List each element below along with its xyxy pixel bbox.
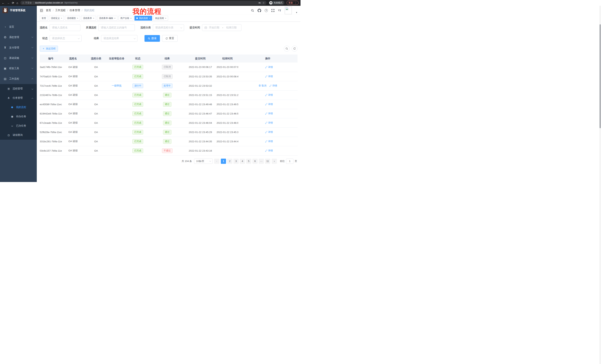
detail-button[interactable]: 详情 (265, 130, 273, 134)
submit-time-range-picker[interactable]: 开始日期 - 结束日期 (202, 24, 241, 31)
sidebar-item-task-mgmt[interactable]: 任务管理 (0, 93, 37, 103)
show-search-toggle-button[interactable] (284, 46, 290, 52)
header-actions: ? TT ▼ (251, 7, 298, 14)
chevron-icon (31, 78, 33, 80)
sidebar-item-home[interactable]: 首页 (0, 22, 37, 32)
next-page-button[interactable]: › (272, 159, 277, 164)
address-bar[interactable]: ⚠ 不安全 | dashboard.yudao.iocoder.cn/bpm/t… (20, 1, 267, 5)
sidebar-item-process-mgmt[interactable]: 流程管理 (0, 84, 37, 93)
detail-button[interactable]: 详情 (265, 121, 273, 125)
cell-end-time: 2022-01-22 23:46:09 (217, 118, 238, 127)
process-category-select[interactable]: 请选择流程分类 (153, 24, 184, 31)
chevron-icon (31, 36, 33, 38)
detail-button[interactable]: 详情 (265, 75, 273, 78)
key-icon[interactable] (258, 1, 261, 4)
page-button[interactable]: 4 (240, 159, 245, 164)
page-button[interactable]: 1 (221, 159, 226, 164)
page-button[interactable]: ··· (259, 159, 264, 164)
tab-close-icon[interactable]: × (130, 17, 131, 19)
process-name-input[interactable]: 请输入流程名 (50, 24, 80, 31)
detail-button[interactable]: 详情 (265, 93, 273, 97)
search-icon[interactable] (251, 9, 254, 12)
prev-page-button[interactable]: ‹ (214, 159, 219, 164)
reload-icon[interactable]: ⟳ (12, 1, 14, 4)
help-icon[interactable]: ? (265, 9, 268, 12)
tab-form-edit[interactable]: 流程表单-编辑 × (97, 16, 117, 21)
incognito-icon (269, 1, 272, 4)
sidebar-item-infrastructure[interactable]: 基础设施 (0, 53, 37, 63)
tab-close-icon[interactable]: × (61, 17, 62, 19)
page-button[interactable]: 11 (265, 159, 270, 164)
detail-button[interactable]: 详情 (265, 112, 273, 115)
home-icon[interactable]: ⌂ (17, 1, 18, 4)
avatar[interactable] (285, 7, 292, 14)
bookmark-star-icon[interactable]: ☆ (262, 1, 265, 4)
sidebar-item-todo-tasks[interactable]: 待办任务 (0, 112, 37, 121)
tab-user-group[interactable]: 用户分组 × (119, 16, 133, 21)
result-select[interactable]: 请选择流结果 (101, 35, 137, 42)
breadcrumb-workflow[interactable]: 工作流程 (55, 9, 66, 12)
sidebar-item-leave-query[interactable]: 请假查询 (0, 130, 37, 140)
status-select[interactable]: 请选择状态 (50, 35, 81, 42)
browser-update-button[interactable]: 更新 ⋮ (287, 1, 299, 5)
tab-process-model[interactable]: 流程模型 × (65, 16, 80, 21)
detail-button[interactable]: 详情 (265, 103, 273, 106)
search-button[interactable]: 搜索 (144, 35, 160, 42)
sidebar-item-workflow[interactable]: 工作流程 (0, 74, 37, 84)
tab-process-def[interactable]: 流程定义 × (49, 16, 64, 21)
sidebar-item-my-process[interactable]: 我的流程 (0, 103, 37, 112)
tab-close-icon[interactable]: × (149, 17, 150, 19)
sidebar-item-label: 基础设施 (9, 56, 19, 60)
tab-home[interactable]: 首页 × (40, 16, 48, 21)
not-secure-warning[interactable]: ⚠ 不安全 (22, 1, 32, 4)
back-icon[interactable]: ← (2, 1, 5, 4)
detail-button[interactable]: 详情 (265, 140, 273, 143)
tab-process-form[interactable]: 流程表单 × (81, 16, 96, 21)
cell-id: 819442e8-7b9a-11ec-a290-acde48001122 (40, 109, 62, 118)
fullscreen-icon[interactable] (271, 9, 274, 12)
detail-button[interactable]: 详情 (269, 84, 277, 87)
detail-button[interactable]: 详情 (265, 66, 273, 69)
reset-button[interactable]: 重置 (162, 35, 178, 42)
page-button[interactable]: 3 (233, 159, 239, 164)
refresh-button[interactable] (291, 46, 298, 52)
sidebar-collapse-icon[interactable] (40, 9, 43, 12)
tab-close-icon[interactable]: × (165, 17, 166, 19)
tab-close-icon[interactable]: × (93, 17, 94, 19)
sidebar-item-done-tasks[interactable]: 已办任务 (0, 121, 37, 130)
process-definition-input[interactable]: 请输入流程定义的编号 (99, 24, 135, 31)
app-logo-row[interactable]: 芋道管理系统 (0, 6, 37, 15)
table-row: 03c6c157-7b9a-11ec-a290-acde48001122 OA … (40, 146, 298, 155)
sidebar-item-dev-tools[interactable]: 研发工具 (0, 63, 37, 74)
tab-my-process[interactable]: 我的流程 × (134, 16, 152, 21)
forward-icon[interactable]: → (7, 1, 10, 4)
detail-button[interactable]: 详情 (265, 149, 273, 152)
font-size-icon[interactable]: TT (278, 9, 281, 12)
page-button[interactable]: 5 (246, 159, 251, 164)
cell-operations: 详情 (238, 118, 298, 127)
sidebar-item-payment[interactable]: 支付管理 (0, 42, 37, 53)
chevron-down-icon (180, 27, 182, 29)
cell-end-time: 2022-01-22 23:45:37 (217, 127, 238, 137)
cell-status: 已完成 (125, 63, 150, 72)
current-task-link[interactable]: 一级审批 (112, 84, 122, 87)
tab-close-icon[interactable]: × (114, 17, 115, 19)
app-logo (2, 8, 8, 13)
avatar-caret-icon[interactable]: ▼ (296, 11, 298, 14)
tab-start-process[interactable]: 发起流程 × (153, 16, 168, 21)
breadcrumb: 首页 / 工作流程 / 任务管理 / 我的流程 (46, 9, 95, 12)
tab-close-icon[interactable]: × (77, 17, 78, 19)
breadcrumb-task-mgmt[interactable]: 任务管理 (70, 9, 80, 12)
breadcrumb-home[interactable]: 首页 (46, 9, 51, 12)
browser-menu-icon[interactable]: ⋮ (294, 1, 297, 4)
github-icon[interactable] (258, 9, 261, 12)
page-size-select[interactable]: 10条/页 (194, 159, 213, 164)
page-button[interactable]: 2 (227, 159, 232, 164)
cancel-button[interactable]: 取消 (259, 84, 266, 87)
cell-process-name: OA 请假 (62, 137, 84, 146)
page-button[interactable]: 6 (252, 159, 258, 164)
goto-page-input[interactable]: 1 (286, 159, 293, 164)
cell-id: 67c2eaab-7b9a-11ec-a290-acde48001122 (40, 118, 62, 127)
sidebar-item-system[interactable]: 系统管理 (0, 32, 37, 42)
start-process-button[interactable]: ＋ 发起流程 (40, 46, 58, 52)
